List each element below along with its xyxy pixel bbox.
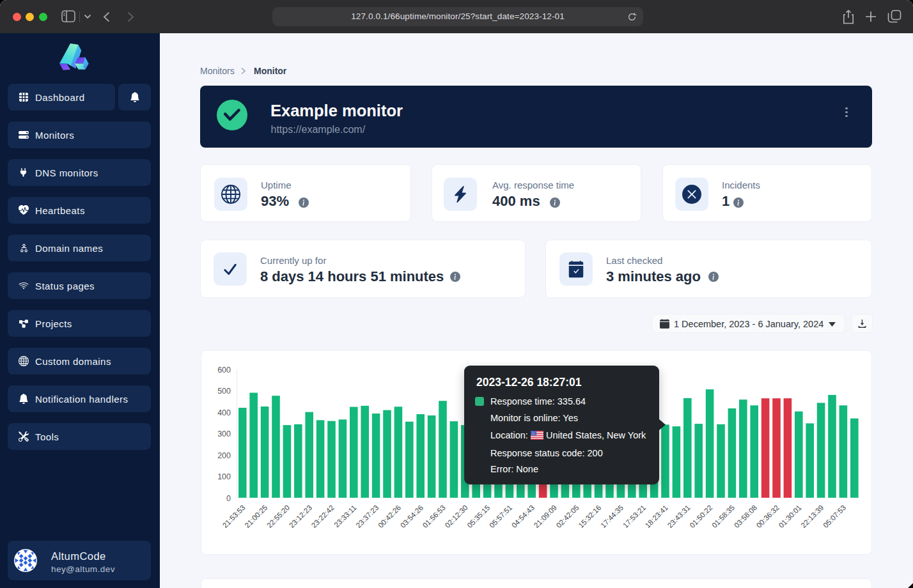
svg-text:22:13:39: 22:13:39	[799, 504, 825, 529]
svg-text:01:50:22: 01:50:22	[688, 504, 714, 529]
svg-text:600: 600	[217, 366, 231, 375]
svg-text:18:23:41: 18:23:41	[644, 504, 669, 529]
svg-text:22:55:20: 22:55:20	[265, 504, 291, 529]
svg-text:0: 0	[226, 494, 231, 503]
svg-text:15:32:16: 15:32:16	[577, 504, 602, 529]
svg-text:00:36:32: 00:36:32	[755, 504, 781, 529]
svg-text:23:22:42: 23:22:42	[310, 504, 336, 529]
svg-text:17:53:21: 17:53:21	[621, 504, 647, 529]
svg-text:23:43:31: 23:43:31	[666, 504, 692, 529]
svg-text:03:54:26: 03:54:26	[399, 504, 425, 529]
svg-text:100: 100	[217, 472, 231, 481]
svg-text:17:44:35: 17:44:35	[599, 504, 625, 529]
svg-text:01:58:35: 01:58:35	[710, 504, 736, 529]
svg-text:05:35:15: 05:35:15	[465, 504, 491, 529]
svg-text:23:37:23: 23:37:23	[354, 504, 380, 529]
svg-text:02:12:30: 02:12:30	[444, 504, 469, 529]
svg-text:500: 500	[217, 387, 231, 396]
svg-text:02:42:05: 02:42:05	[555, 504, 581, 529]
svg-text:21:00:25: 21:00:25	[243, 504, 269, 529]
svg-text:21:09:09: 21:09:09	[533, 504, 558, 529]
svg-text:05:57:51: 05:57:51	[488, 504, 513, 529]
svg-text:300: 300	[217, 429, 231, 438]
svg-text:05:07:53: 05:07:53	[822, 504, 847, 529]
svg-text:01:30:01: 01:30:01	[777, 504, 803, 529]
svg-text:03:58:08: 03:58:08	[733, 504, 758, 529]
svg-text:200: 200	[217, 451, 231, 460]
svg-text:04:54:43: 04:54:43	[510, 504, 536, 529]
svg-text:23:12:23: 23:12:23	[288, 504, 313, 529]
svg-text:00:42:26: 00:42:26	[377, 504, 402, 529]
svg-text:01:56:53: 01:56:53	[421, 504, 447, 529]
svg-text:23:33:11: 23:33:11	[332, 504, 358, 529]
svg-text:400: 400	[217, 408, 231, 417]
svg-text:21:53:53: 21:53:53	[221, 504, 247, 529]
